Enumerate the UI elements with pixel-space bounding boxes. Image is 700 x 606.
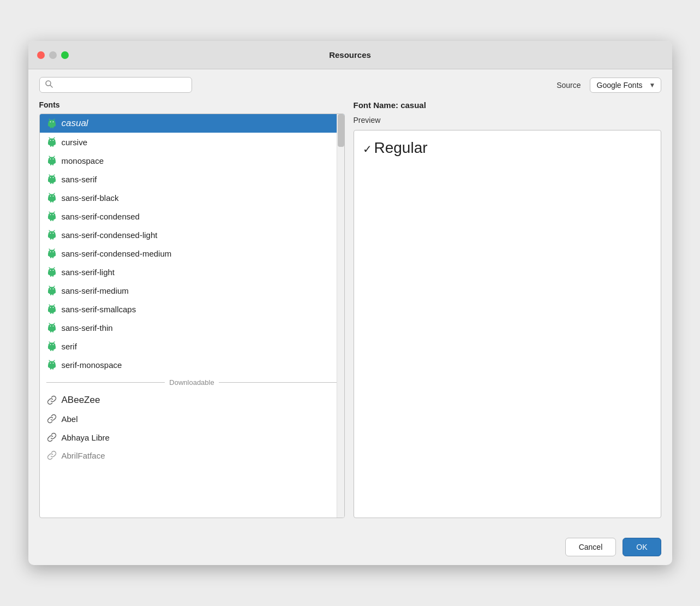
minimize-button[interactable] <box>49 51 57 59</box>
font-item-sans-serif-condensed-medium[interactable]: sans-serif-condensed-medium <box>40 244 344 263</box>
svg-line-140 <box>53 342 55 343</box>
svg-point-59 <box>48 213 55 218</box>
svg-rect-143 <box>50 349 51 351</box>
font-item-sans-serif-thin[interactable]: sans-serif-thin <box>40 318 344 337</box>
font-item-serif-monospace[interactable]: serif-monospace <box>40 355 344 374</box>
font-name-sans-serif-condensed-medium: sans-serif-condensed-medium <box>62 249 172 258</box>
svg-rect-42 <box>48 179 49 182</box>
svg-line-128 <box>49 323 50 324</box>
font-item-casual[interactable]: casual <box>40 114 344 133</box>
right-panel: Font Name: casual Preview ✓Regular <box>354 100 661 518</box>
svg-point-71 <box>50 233 51 234</box>
svg-line-30 <box>53 156 55 157</box>
scrollbar-thumb[interactable] <box>338 114 344 147</box>
svg-line-18 <box>49 138 50 139</box>
preview-label: Preview <box>354 116 661 124</box>
scrollbar-track[interactable] <box>337 114 344 518</box>
svg-rect-12 <box>52 127 53 128</box>
font-name-abril-fatface: AbrilFatface <box>62 451 105 460</box>
svg-rect-75 <box>48 235 49 237</box>
font-item-abel[interactable]: Abel <box>40 409 344 428</box>
font-item-sans-serif[interactable]: sans-serif <box>40 170 344 188</box>
maximize-button[interactable] <box>61 51 69 59</box>
svg-rect-54 <box>55 198 56 200</box>
close-button[interactable] <box>37 51 45 59</box>
svg-rect-111 <box>52 294 53 295</box>
svg-point-149 <box>52 363 53 364</box>
svg-point-16 <box>50 140 51 141</box>
font-item-sans-serif-condensed[interactable]: sans-serif-condensed <box>40 207 344 225</box>
search-input[interactable] <box>56 81 186 90</box>
font-list-container[interactable]: casual <box>39 114 345 518</box>
svg-rect-152 <box>48 365 49 367</box>
svg-point-4 <box>48 120 55 125</box>
font-item-abril-fatface[interactable]: AbrilFatface <box>40 447 344 464</box>
svg-point-116 <box>52 307 53 308</box>
svg-line-107 <box>53 286 55 287</box>
downloadable-section-divider: Downloadable <box>40 374 344 391</box>
svg-point-138 <box>52 344 53 345</box>
android-icon <box>46 266 57 277</box>
font-name-sans-serif-smallcaps: sans-serif-smallcaps <box>62 305 136 314</box>
svg-rect-65 <box>55 216 56 219</box>
svg-point-93 <box>50 270 51 271</box>
font-name-display: Font Name: casual <box>354 100 661 110</box>
android-icon <box>46 229 57 240</box>
font-item-sans-serif-light[interactable]: sans-serif-light <box>40 263 344 281</box>
font-item-sans-serif-black[interactable]: sans-serif-black <box>40 188 344 207</box>
font-name-sans-serif-condensed: sans-serif-condensed <box>62 212 140 221</box>
svg-rect-31 <box>48 161 49 163</box>
svg-line-40 <box>49 175 50 176</box>
link-icon <box>46 395 57 406</box>
svg-rect-33 <box>50 164 51 165</box>
android-icon <box>46 136 57 147</box>
font-item-cursive[interactable]: cursive <box>40 133 344 151</box>
divider-line-left <box>46 382 165 383</box>
svg-point-60 <box>50 214 51 215</box>
ok-button[interactable]: OK <box>623 538 661 556</box>
svg-rect-32 <box>55 161 56 163</box>
svg-line-117 <box>49 305 50 306</box>
font-name-abhaya-libre: Abhaya Libre <box>62 433 110 442</box>
font-item-sans-serif-condensed-light[interactable]: sans-serif-condensed-light <box>40 225 344 244</box>
svg-line-73 <box>49 230 50 231</box>
android-icon <box>46 285 57 296</box>
svg-rect-77 <box>50 238 51 240</box>
svg-rect-97 <box>48 272 49 275</box>
font-item-serif[interactable]: serif <box>40 337 344 355</box>
svg-rect-86 <box>48 253 49 256</box>
svg-point-70 <box>48 231 55 236</box>
font-name-sans-serif: sans-serif <box>62 175 97 184</box>
svg-line-150 <box>49 360 50 361</box>
font-item-abeezee[interactable]: ABeeZee <box>40 391 344 409</box>
svg-point-15 <box>48 139 55 144</box>
font-item-abhaya-libre[interactable]: Abhaya Libre <box>40 428 344 447</box>
search-box[interactable] <box>39 77 192 93</box>
source-dropdown-wrapper[interactable]: Google Fonts ▼ <box>590 78 661 93</box>
svg-point-49 <box>50 195 51 197</box>
left-panel: Fonts <box>39 100 345 518</box>
svg-line-151 <box>53 360 55 361</box>
font-item-sans-serif-medium[interactable]: sans-serif-medium <box>40 281 344 300</box>
window-controls <box>37 51 69 59</box>
font-item-sans-serif-smallcaps[interactable]: sans-serif-smallcaps <box>40 300 344 318</box>
svg-rect-109 <box>55 290 56 293</box>
font-name-sans-serif-black: sans-serif-black <box>62 193 119 203</box>
font-name-cursive: cursive <box>62 138 88 147</box>
cancel-button[interactable]: Cancel <box>565 538 617 556</box>
titlebar: Resources <box>28 41 672 69</box>
svg-point-81 <box>48 250 55 255</box>
downloadable-label: Downloadable <box>169 378 214 387</box>
source-select[interactable]: Google Fonts <box>590 78 661 93</box>
svg-line-118 <box>53 305 55 306</box>
svg-rect-34 <box>52 164 53 165</box>
svg-point-92 <box>48 269 55 274</box>
svg-rect-119 <box>48 309 49 312</box>
android-icon <box>46 322 57 333</box>
svg-rect-21 <box>55 142 56 145</box>
svg-point-83 <box>52 251 53 252</box>
font-item-monospace[interactable]: monospace <box>40 151 344 170</box>
svg-line-95 <box>49 268 50 269</box>
svg-rect-78 <box>52 238 53 240</box>
link-icon <box>46 432 57 443</box>
